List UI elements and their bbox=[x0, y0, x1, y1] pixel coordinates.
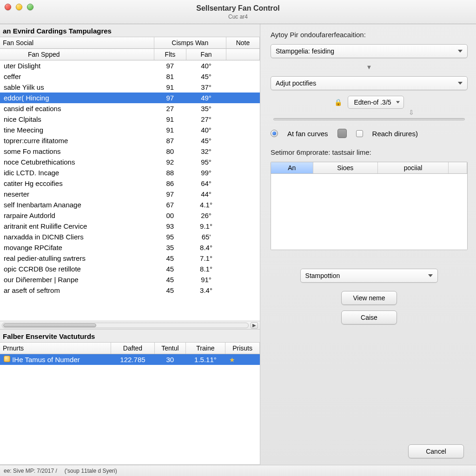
cell-blank bbox=[226, 210, 259, 221]
cancel-button[interactable]: Cancel bbox=[408, 444, 464, 458]
bottom-table-scroll[interactable]: Prnurts Dafted Tentul Traine Prisuts IHe… bbox=[0, 343, 260, 417]
scrollbar-thumb[interactable] bbox=[3, 324, 96, 327]
table-row[interactable]: uter Dislight9740° bbox=[0, 60, 260, 72]
table-row[interactable]: cansid eif ecations2735° bbox=[0, 103, 260, 114]
minimize-window-icon[interactable] bbox=[16, 4, 22, 10]
cell-fits: 97 bbox=[154, 189, 186, 199]
scrollbar-track[interactable] bbox=[2, 323, 249, 328]
cell-name: self Inenbartam Ananage bbox=[0, 199, 154, 210]
cell-c: 30 bbox=[155, 354, 186, 365]
cell-blank bbox=[226, 231, 259, 242]
cell-fits: 45 bbox=[154, 285, 186, 296]
cell-name: aritranit ent Ruilifle Cervice bbox=[0, 221, 154, 231]
slider-track[interactable] bbox=[273, 118, 465, 120]
mini-col-c[interactable]: pociial bbox=[378, 162, 449, 174]
cell-fan: 26° bbox=[186, 210, 226, 221]
cell-fits: 67 bbox=[154, 199, 186, 210]
edten-select-value: Edten-of .3/5 bbox=[354, 99, 391, 106]
cell-blank bbox=[226, 60, 259, 72]
table-row[interactable]: rarpaire Autdorld0026° bbox=[0, 210, 260, 221]
window-title: Sellsentary Fan Control bbox=[196, 4, 280, 13]
bcol-c[interactable]: Tentul bbox=[155, 343, 186, 354]
bcol-e[interactable]: Prisuts bbox=[225, 343, 260, 354]
cell-fan: 65' bbox=[186, 231, 226, 242]
cell-blank bbox=[226, 167, 259, 178]
table-row[interactable]: eddor( Hincing9749° bbox=[0, 93, 260, 103]
view-name-button[interactable]: View neme bbox=[341, 291, 397, 305]
table-row[interactable]: idic LCTD. Incage8899° bbox=[0, 167, 260, 178]
table-row[interactable]: ar aseft of seftrom453.4° bbox=[0, 285, 260, 296]
horizontal-scrollbar[interactable]: ▶ bbox=[0, 321, 260, 329]
cell-fan: 49° bbox=[186, 93, 226, 103]
table-row[interactable]: narxadda in DICNB Cliers9565' bbox=[0, 231, 260, 242]
table-row[interactable]: IHe Tamus of Numder122.785301.5.11° bbox=[0, 354, 260, 365]
cell-fits: 91 bbox=[154, 82, 186, 93]
cell-name: uter Dislight bbox=[0, 60, 154, 72]
table-row[interactable]: nice Clpitals9127° bbox=[0, 114, 260, 125]
cell-fits: 87 bbox=[154, 135, 186, 146]
col-blank bbox=[226, 49, 259, 60]
table-row[interactable]: tine Meecing9140° bbox=[0, 125, 260, 135]
cell-fan: 91° bbox=[186, 274, 226, 285]
bcol-b[interactable]: Dafted bbox=[111, 343, 154, 354]
cell-blank bbox=[226, 103, 259, 114]
bcol-d[interactable]: Traine bbox=[185, 343, 225, 354]
cell-name: sable Yiilk us bbox=[0, 82, 154, 93]
lock-icon: 🔒 bbox=[334, 99, 342, 106]
cell-name: movange RPCifate bbox=[0, 242, 154, 253]
table-row[interactable]: catiter Hg eccoifies8664° bbox=[0, 178, 260, 189]
col-group-c[interactable]: Note bbox=[226, 37, 259, 49]
stampottion-select[interactable]: Stampottion bbox=[300, 269, 438, 283]
table-row[interactable]: movange RPCifate358.4° bbox=[0, 242, 260, 253]
main-table-scroll[interactable]: Fan Social Cismps Wan Note Fan Spped Flt… bbox=[0, 37, 260, 321]
item-icon bbox=[4, 356, 10, 362]
cell-fan: 45° bbox=[186, 135, 226, 146]
table-row[interactable]: neserter9744° bbox=[0, 189, 260, 199]
main-table-header: an Evnird Cardings Tampulagres bbox=[0, 24, 260, 37]
star-icon bbox=[229, 356, 235, 364]
left-pane: an Evnird Cardings Tampulagres Fan Socia… bbox=[0, 24, 260, 465]
cell-blank bbox=[226, 221, 259, 231]
mini-col-a[interactable]: An bbox=[271, 162, 313, 174]
reach-checkbox[interactable] bbox=[356, 130, 363, 137]
cell-name: eddor( Hincing bbox=[0, 93, 154, 103]
mini-col-b[interactable]: Sioes bbox=[313, 162, 377, 174]
table-row[interactable]: some Fo mactions8032° bbox=[0, 146, 260, 157]
cell-fits: 86 bbox=[154, 178, 186, 189]
radio-fan-curves[interactable] bbox=[271, 130, 278, 137]
table-row[interactable]: sable Yiilk us9137° bbox=[0, 82, 260, 93]
table-row[interactable]: toprer:curre ifitatome8745° bbox=[0, 135, 260, 146]
cell-fits: 45 bbox=[154, 274, 186, 285]
cell-fits: 91 bbox=[154, 125, 186, 135]
adjust-select[interactable]: Adjut poctifies bbox=[271, 76, 468, 90]
col-group-b[interactable]: Cismps Wan bbox=[154, 37, 226, 49]
scroll-right-icon[interactable]: ▶ bbox=[251, 322, 258, 329]
table-row[interactable]: self Inenbartam Ananage674.1° bbox=[0, 199, 260, 210]
col-fits[interactable]: Flts bbox=[154, 49, 186, 60]
cell-a: IHe Tamus of Numder bbox=[0, 354, 111, 365]
slider[interactable]: ⇩ bbox=[271, 114, 468, 120]
cell-blank bbox=[226, 199, 259, 210]
table-row[interactable]: ceffer8145° bbox=[0, 71, 260, 82]
bcol-a[interactable]: Prnurts bbox=[0, 343, 111, 354]
col-group-a[interactable]: Fan Social bbox=[0, 37, 154, 49]
cell-fits: 27 bbox=[154, 103, 186, 114]
cell-fan: 40° bbox=[186, 60, 226, 72]
profile-select[interactable]: Stampgelia: fesiding bbox=[271, 44, 468, 58]
table-row[interactable]: our Diñerember | Ranpe4591° bbox=[0, 274, 260, 285]
table-row[interactable]: aritranit ent Ruilifle Cervice939.1° bbox=[0, 221, 260, 231]
caise-button[interactable]: Caise bbox=[341, 311, 397, 324]
table-row[interactable]: opic CCRDB 0se retillote458.1° bbox=[0, 264, 260, 274]
zoom-window-icon[interactable] bbox=[27, 4, 33, 10]
mini-table-body[interactable] bbox=[271, 174, 467, 250]
table-row[interactable]: real pedier-atulling swtrers457.1° bbox=[0, 253, 260, 264]
preview-box-icon[interactable] bbox=[337, 129, 347, 138]
cell-name: toprer:curre ifitatome bbox=[0, 135, 154, 146]
edten-select[interactable]: Edten-of .3/5 bbox=[348, 96, 403, 109]
col-name[interactable]: Fan Spped bbox=[0, 49, 154, 60]
col-fan[interactable]: Fan bbox=[186, 49, 226, 60]
close-window-icon[interactable] bbox=[5, 4, 11, 10]
cell-blank bbox=[226, 285, 259, 296]
cell-fan: 9.1° bbox=[186, 221, 226, 231]
table-row[interactable]: noce Cetubrethications9295° bbox=[0, 157, 260, 167]
